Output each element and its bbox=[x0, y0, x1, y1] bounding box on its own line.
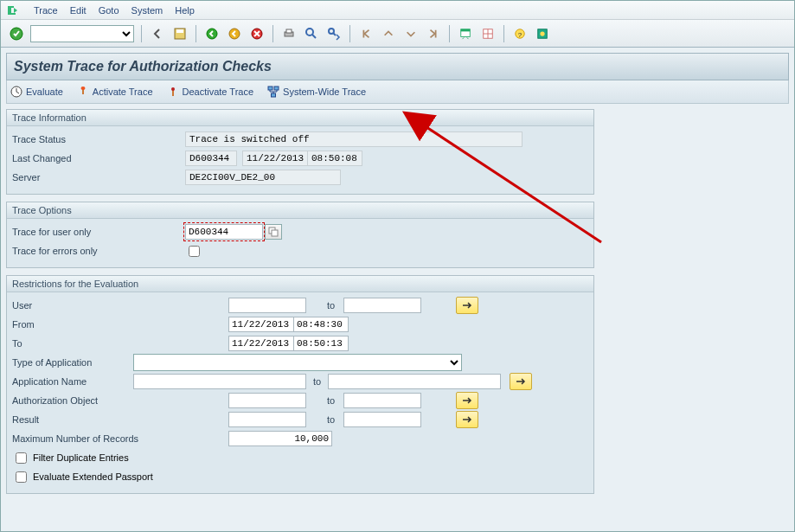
separator bbox=[349, 25, 350, 42]
standard-toolbar: ? bbox=[1, 20, 794, 48]
group-title: Trace Options bbox=[7, 202, 593, 219]
ext-passport-checkbox[interactable] bbox=[16, 471, 27, 483]
apptype-label: Type of Application bbox=[12, 357, 133, 368]
system-wide-trace-button[interactable]: System-Wide Trace bbox=[267, 86, 366, 98]
page-title: System Trace for Authorization Checks bbox=[6, 53, 789, 80]
ext-passport-label: Evaluate Extended Passport bbox=[33, 471, 153, 482]
appname-to-input[interactable] bbox=[328, 374, 501, 389]
trace-status-value: Trace is switched off bbox=[185, 131, 523, 147]
maxrec-input[interactable] bbox=[228, 431, 332, 446]
nav-back-icon[interactable] bbox=[203, 25, 221, 42]
page-up-icon[interactable] bbox=[380, 25, 397, 42]
multi-select-button[interactable] bbox=[456, 297, 478, 314]
svg-text:?: ? bbox=[518, 30, 523, 38]
new-session-icon[interactable] bbox=[457, 25, 474, 42]
multi-select-button[interactable] bbox=[456, 411, 478, 428]
appname-label: Application Name bbox=[12, 376, 133, 387]
deactivate-trace-button[interactable]: Deactivate Trace bbox=[167, 86, 254, 98]
filter-dup-checkbox[interactable] bbox=[16, 452, 27, 464]
svg-rect-2 bbox=[176, 29, 183, 33]
menu-goto[interactable]: Goto bbox=[99, 5, 119, 16]
maxrec-label: Maximum Number of Records bbox=[12, 433, 228, 444]
separator bbox=[503, 25, 504, 42]
save-icon[interactable] bbox=[171, 25, 189, 42]
svg-rect-23 bbox=[274, 87, 279, 90]
to-row-label: To bbox=[12, 338, 228, 349]
match-on-icon bbox=[77, 86, 89, 98]
clock-icon bbox=[10, 86, 22, 98]
menu-trace[interactable]: Trace bbox=[34, 5, 58, 16]
result-label: Result bbox=[12, 414, 228, 425]
svg-rect-26 bbox=[272, 230, 278, 236]
group-title: Restrictions for the Evaluation bbox=[7, 276, 593, 292]
separator bbox=[196, 25, 196, 42]
authobj-label: Authorization Object bbox=[12, 395, 228, 406]
authobj-to-input[interactable] bbox=[343, 393, 421, 408]
result-from-input[interactable] bbox=[228, 412, 306, 427]
last-changed-time: 08:50:08 bbox=[307, 151, 362, 166]
to-label: to bbox=[327, 300, 335, 311]
svg-rect-11 bbox=[461, 29, 471, 31]
user-from-input[interactable] bbox=[228, 298, 306, 313]
to-label: to bbox=[327, 414, 335, 425]
content-area: System Trace for Authorization Checks Ev… bbox=[1, 48, 794, 531]
svg-point-16 bbox=[540, 31, 544, 35]
f4-help-button[interactable] bbox=[265, 224, 282, 240]
menu-help[interactable]: Help bbox=[175, 5, 195, 16]
find-icon[interactable] bbox=[303, 25, 320, 42]
page-first-icon[interactable] bbox=[357, 25, 375, 42]
nav-exit-icon[interactable] bbox=[226, 25, 243, 42]
help-icon[interactable]: ? bbox=[511, 25, 529, 42]
menu-edit[interactable]: Edit bbox=[70, 5, 87, 16]
svg-point-8 bbox=[306, 29, 313, 35]
svg-point-21 bbox=[171, 87, 175, 91]
to-label: to bbox=[313, 376, 321, 387]
last-changed-date: 11/22/2013 bbox=[242, 151, 308, 166]
layout-icon[interactable] bbox=[479, 25, 497, 42]
apptype-select[interactable] bbox=[133, 354, 462, 371]
restrictions-group: Restrictions for the Evaluation User to … bbox=[6, 275, 594, 494]
print-icon[interactable] bbox=[280, 25, 298, 42]
trace-errors-label: Trace for errors only bbox=[12, 246, 185, 256]
from-date-input[interactable] bbox=[228, 317, 294, 332]
last-changed-label: Last Changed bbox=[12, 153, 185, 163]
find-next-icon[interactable] bbox=[325, 25, 343, 42]
svg-point-4 bbox=[229, 29, 240, 39]
from-time-input[interactable] bbox=[293, 317, 349, 332]
app-menu-icon[interactable] bbox=[6, 4, 18, 16]
trace-user-label: Trace for user only bbox=[12, 227, 185, 237]
menu-bar: Trace Edit Goto System Help bbox=[1, 1, 794, 20]
user-to-input[interactable] bbox=[343, 298, 421, 313]
from-label: From bbox=[12, 319, 228, 330]
appname-from-input[interactable] bbox=[133, 374, 306, 389]
menu-system[interactable]: System bbox=[131, 5, 163, 16]
activate-trace-button[interactable]: Activate Trace bbox=[77, 86, 153, 98]
separator bbox=[141, 25, 142, 42]
group-title: Trace Information bbox=[7, 110, 593, 126]
trace-user-input[interactable] bbox=[185, 224, 263, 240]
to-date-input[interactable] bbox=[228, 336, 294, 351]
filter-dup-label: Filter Duplicate Entries bbox=[33, 452, 129, 463]
to-time-input[interactable] bbox=[293, 336, 349, 351]
match-off-icon bbox=[167, 86, 179, 98]
ok-icon[interactable] bbox=[8, 25, 25, 42]
nav-cancel-icon[interactable] bbox=[248, 25, 266, 42]
command-field[interactable] bbox=[30, 25, 134, 42]
multi-select-button[interactable] bbox=[456, 392, 478, 409]
server-value: DE2CI00V_DE2_00 bbox=[185, 170, 341, 185]
multi-select-button[interactable] bbox=[510, 373, 532, 390]
page-last-icon[interactable] bbox=[425, 25, 442, 42]
page-down-icon[interactable] bbox=[402, 25, 420, 42]
to-label: to bbox=[327, 395, 335, 406]
user-label: User bbox=[12, 300, 228, 311]
result-to-input[interactable] bbox=[343, 412, 421, 427]
trace-errors-checkbox[interactable] bbox=[189, 246, 200, 257]
trace-information-group: Trace Information Trace Status Trace is … bbox=[6, 109, 594, 195]
customize-icon[interactable] bbox=[534, 25, 551, 42]
svg-rect-7 bbox=[286, 29, 292, 33]
authobj-from-input[interactable] bbox=[228, 393, 306, 408]
back-icon[interactable] bbox=[149, 25, 166, 42]
trace-status-label: Trace Status bbox=[12, 134, 185, 144]
server-label: Server bbox=[12, 172, 185, 183]
evaluate-button[interactable]: Evaluate bbox=[10, 86, 63, 98]
